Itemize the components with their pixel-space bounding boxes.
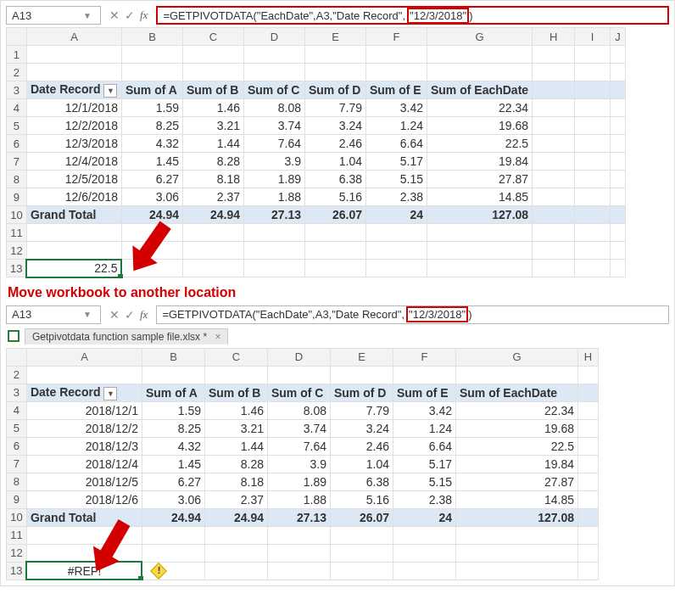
column-header[interactable]: A — [26, 28, 121, 46]
row-header[interactable]: 1 — [7, 46, 27, 64]
pivot-header-cell[interactable] — [533, 81, 575, 99]
row-header[interactable]: 9 — [7, 188, 27, 206]
empty-cell[interactable] — [611, 242, 626, 260]
data-cell[interactable]: 8.18 — [204, 473, 267, 490]
empty-cell[interactable] — [267, 526, 330, 544]
pivot-total-cell[interactable]: 27.13 — [267, 508, 330, 526]
empty-cell[interactable] — [26, 242, 121, 260]
data-cell[interactable]: 19.68 — [455, 419, 577, 437]
data-cell[interactable]: 7.79 — [304, 99, 365, 117]
pivot-header-cell[interactable]: Sum of B — [204, 384, 267, 401]
accept-icon[interactable]: ✓ — [125, 308, 135, 322]
data-cell[interactable]: 1.46 — [182, 99, 243, 117]
pivot-header-cell[interactable]: Sum of E — [393, 384, 455, 401]
empty-cell[interactable] — [611, 260, 626, 277]
data-cell[interactable]: 22.34 — [427, 99, 532, 117]
formula-input[interactable]: =GETPIVOTDATA("EachDate",A3,"Date Record… — [156, 305, 669, 324]
name-box[interactable]: A13 ▼ — [6, 6, 101, 25]
empty-cell[interactable] — [427, 224, 532, 242]
data-cell[interactable]: 19.84 — [455, 455, 577, 473]
empty-cell[interactable] — [182, 242, 243, 260]
data-cell[interactable]: 2.46 — [304, 135, 365, 153]
row-header[interactable]: 12 — [7, 242, 27, 260]
pivot-header-cell[interactable] — [611, 81, 626, 99]
empty-cell[interactable] — [533, 224, 575, 242]
error-indicator-cell[interactable] — [142, 562, 204, 580]
column-header[interactable]: H — [533, 28, 575, 46]
data-cell[interactable]: 12/3/2018 — [26, 135, 121, 153]
data-cell[interactable]: 8.25 — [121, 117, 182, 135]
data-cell[interactable]: 8.08 — [267, 401, 330, 419]
data-cell[interactable]: 2018/12/1 — [26, 401, 142, 419]
data-cell[interactable]: 3.74 — [243, 117, 304, 135]
data-cell[interactable]: 1.89 — [267, 473, 330, 490]
data-cell[interactable] — [533, 117, 575, 135]
empty-cell[interactable] — [365, 260, 427, 277]
pivot-header-cell[interactable]: Sum of A — [142, 384, 204, 401]
empty-cell[interactable] — [182, 224, 243, 242]
data-cell[interactable]: 3.06 — [121, 188, 182, 206]
fx-icon[interactable]: fx — [140, 8, 148, 22]
accept-icon[interactable]: ✓ — [125, 8, 135, 22]
empty-cell[interactable] — [243, 46, 304, 64]
cancel-icon[interactable]: ✕ — [109, 308, 120, 322]
data-cell[interactable]: 12/5/2018 — [26, 171, 121, 188]
data-cell[interactable] — [611, 135, 626, 153]
empty-cell[interactable] — [393, 562, 455, 580]
filter-icon[interactable]: ▼ — [103, 387, 117, 400]
data-cell[interactable]: 1.24 — [393, 419, 455, 437]
pivot-total-cell[interactable]: 24 — [393, 508, 455, 526]
data-cell[interactable]: 1.04 — [330, 455, 393, 473]
pivot-total-cell[interactable]: 127.08 — [455, 508, 577, 526]
data-cell[interactable] — [611, 171, 626, 188]
column-header[interactable]: H — [577, 348, 598, 366]
data-cell[interactable]: 2018/12/3 — [26, 437, 142, 455]
data-cell[interactable]: 8.08 — [243, 99, 304, 117]
row-header[interactable]: 11 — [7, 224, 27, 242]
empty-cell[interactable] — [533, 260, 575, 277]
data-cell[interactable] — [575, 171, 611, 188]
row-header[interactable]: 13 — [7, 260, 27, 277]
pivot-total-cell[interactable] — [533, 206, 575, 224]
empty-cell[interactable] — [26, 224, 121, 242]
data-cell[interactable]: 8.28 — [182, 153, 243, 171]
row-header[interactable]: 5 — [7, 419, 27, 437]
empty-cell[interactable] — [427, 64, 532, 81]
fill-handle[interactable] — [118, 274, 123, 278]
empty-cell[interactable] — [611, 46, 626, 64]
data-cell[interactable]: 8.18 — [182, 171, 243, 188]
empty-cell[interactable] — [427, 46, 532, 64]
data-cell[interactable]: 7.79 — [330, 401, 393, 419]
empty-cell[interactable] — [365, 46, 427, 64]
data-cell[interactable]: 1.04 — [304, 153, 365, 171]
data-cell[interactable]: 12/6/2018 — [26, 188, 121, 206]
fx-icon[interactable]: fx — [140, 308, 148, 322]
data-cell[interactable]: 1.44 — [204, 437, 267, 455]
pivot-header-cell[interactable]: Sum of C — [267, 384, 330, 401]
filter-icon[interactable]: ▼ — [103, 84, 117, 98]
empty-cell[interactable] — [393, 526, 455, 544]
empty-cell[interactable] — [427, 260, 532, 277]
close-icon[interactable]: × — [209, 331, 220, 343]
empty-cell[interactable] — [26, 366, 142, 384]
data-cell[interactable] — [611, 188, 626, 206]
empty-cell[interactable] — [577, 544, 598, 562]
row-header[interactable]: 5 — [7, 117, 27, 135]
empty-cell[interactable] — [611, 64, 626, 81]
empty-cell[interactable] — [26, 46, 121, 64]
chevron-down-icon[interactable]: ▼ — [83, 310, 95, 319]
empty-cell[interactable] — [427, 242, 532, 260]
row-header[interactable]: 12 — [7, 544, 27, 562]
data-cell[interactable] — [533, 99, 575, 117]
pivot-header-cell[interactable]: Sum of B — [182, 81, 243, 99]
pivot-header-cell[interactable] — [575, 81, 611, 99]
column-header[interactable]: D — [243, 28, 304, 46]
spreadsheet-bottom[interactable]: ABCDEFGH23Date Record▼Sum of ASum of BSu… — [6, 348, 599, 581]
data-cell[interactable] — [533, 153, 575, 171]
row-header[interactable]: 9 — [7, 490, 27, 508]
data-cell[interactable]: 5.17 — [365, 153, 427, 171]
empty-cell[interactable] — [304, 242, 365, 260]
empty-cell[interactable] — [365, 224, 427, 242]
data-cell[interactable]: 6.27 — [121, 171, 182, 188]
chevron-down-icon[interactable]: ▼ — [83, 11, 95, 20]
